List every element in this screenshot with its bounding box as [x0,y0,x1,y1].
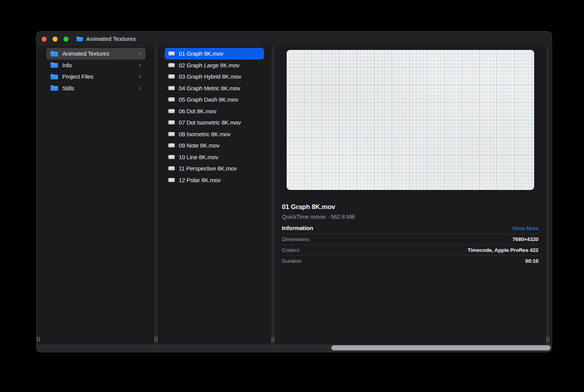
chevron-right-icon[interactable]: › [139,50,141,56]
chevron-right-icon[interactable]: › [139,62,141,68]
browser-columns: Animated Textures › Info › [37,46,552,344]
column-divider[interactable] [155,46,158,344]
info-value: 7680×4320 [512,236,538,242]
file-name-label: 11 Perspective 8K.mov [179,165,237,172]
folder-icon [50,85,58,91]
folder-icon [50,51,58,57]
sidebar-item-project-files[interactable]: Project Files › [46,71,146,83]
chevron-right-icon[interactable]: › [139,73,141,79]
column-resize-handle[interactable] [155,337,158,342]
info-row-codecs: Codecs Timecode, Apple ProRes 422 [282,244,538,255]
movie-file-icon [168,63,175,67]
file-name-label: 12 Polar 8K.mov [179,177,221,183]
file-list-item[interactable]: 09 Note 8K.mov [165,140,264,151]
file-list-item[interactable]: 07 Dot Isometric 8K.mov [165,117,264,128]
info-value: 00:10 [525,258,538,264]
sidebar: Animated Textures › Info › [37,46,155,344]
traffic-lights [42,37,69,42]
file-name-label: 05 Graph Dash 8K.mov [179,96,238,103]
file-name-label: 01 Graph 8K.mov [179,50,223,57]
horizontal-scrollbar[interactable] [37,344,552,352]
file-name-label: 06 Dot 8K.mov [179,108,216,114]
movie-file-icon [168,178,175,182]
information-table: Dimensions 7680×4320 Codecs Timecode, Ap… [282,234,538,266]
info-value: Timecode, Apple ProRes 422 [468,247,538,253]
info-label: Duration [282,258,301,264]
movie-file-icon [168,51,175,56]
column-divider[interactable] [546,46,549,344]
info-label: Dimensions [282,236,309,242]
sidebar-item-info[interactable]: Info › [46,60,146,71]
preview-file-meta: QuickTime movie - 562.8 MB [282,213,538,221]
sidebar-item-animated-textures[interactable]: Animated Textures › [46,48,146,60]
file-name-label: 07 Dot Isometric 8K.mov [179,119,241,126]
movie-file-icon [168,120,175,125]
file-list-item[interactable]: 10 Line 8K.mov [165,151,264,163]
column-resize-handle[interactable] [37,337,40,342]
sidebar-item-stills[interactable]: Stills › [46,83,146,94]
file-list-item[interactable]: 03 Graph Hybrid 8K.mov [165,71,264,83]
preview-file-name: 01 Graph 8K.mov [282,203,538,211]
movie-file-icon [168,97,175,102]
show-more-link[interactable]: Show More [512,225,538,231]
info-label: Codecs [282,247,299,253]
video-preview-thumbnail [287,50,534,190]
horizontal-scrollbar-thumb[interactable] [331,345,551,350]
movie-file-icon [168,132,175,136]
movie-file-icon [168,109,175,113]
file-list-item[interactable]: 01 Graph 8K.mov [165,48,264,60]
sidebar-item-label: Info [62,62,135,69]
file-list-item[interactable]: 08 Isometric 8K.mov [165,128,264,140]
preview-info: 01 Graph 8K.mov QuickTime movie - 562.8 … [274,203,546,266]
sidebar-item-label: Project Files [62,73,135,80]
movie-file-icon [168,143,175,148]
column-resize-handle[interactable] [547,337,549,342]
info-row-dimensions: Dimensions 7680×4320 [282,234,538,244]
movie-file-icon [168,86,175,90]
column-divider[interactable] [271,46,274,344]
file-name-label: 04 Graph Metric 8K.mov [179,85,240,91]
minimize-button[interactable] [53,37,58,42]
preview-pane: 01 Graph 8K.mov QuickTime movie - 562.8 … [274,46,546,344]
folder-icon [50,74,58,80]
file-name-label: 02 Graph Large 8K.mov [179,62,239,69]
close-button[interactable] [42,37,47,42]
movie-file-icon [168,166,175,171]
sidebar-item-label: Stills [62,85,135,91]
file-list-item[interactable]: 02 Graph Large 8K.mov [165,60,264,71]
file-name-label: 10 Line 8K.mov [179,154,218,160]
movie-file-icon [168,74,175,79]
file-name-label: 03 Graph Hybrid 8K.mov [179,73,241,80]
file-list-item[interactable]: 06 Dot 8K.mov [165,105,264,117]
right-gutter [549,46,552,344]
file-name-label: 09 Note 8K.mov [179,142,220,149]
file-list-item[interactable]: 04 Graph Metric 8K.mov [165,83,264,94]
information-heading: Information [282,225,313,231]
file-name-label: 08 Isometric 8K.mov [179,131,230,137]
file-list-item[interactable]: 05 Graph Dash 8K.mov [165,94,264,105]
sidebar-item-label: Animated Textures [62,50,135,57]
file-list: 01 Graph 8K.mov 02 Graph Large 8K.mov 03… [158,46,271,344]
finder-window: Animated Textures Animated Textures › [36,31,552,352]
title-bar[interactable]: Animated Textures [37,32,552,46]
movie-file-icon [168,155,175,159]
info-row-duration: Duration 00:10 [282,255,538,266]
column-resize-handle[interactable] [272,337,274,342]
folder-icon [50,62,58,68]
chevron-right-icon[interactable]: › [139,84,141,91]
file-list-item[interactable]: 12 Polar 8K.mov [165,174,264,186]
folder-icon [76,36,83,42]
zoom-button[interactable] [63,37,69,42]
window-title: Animated Textures [86,36,136,42]
file-list-item[interactable]: 11 Perspective 8K.mov [165,163,264,174]
